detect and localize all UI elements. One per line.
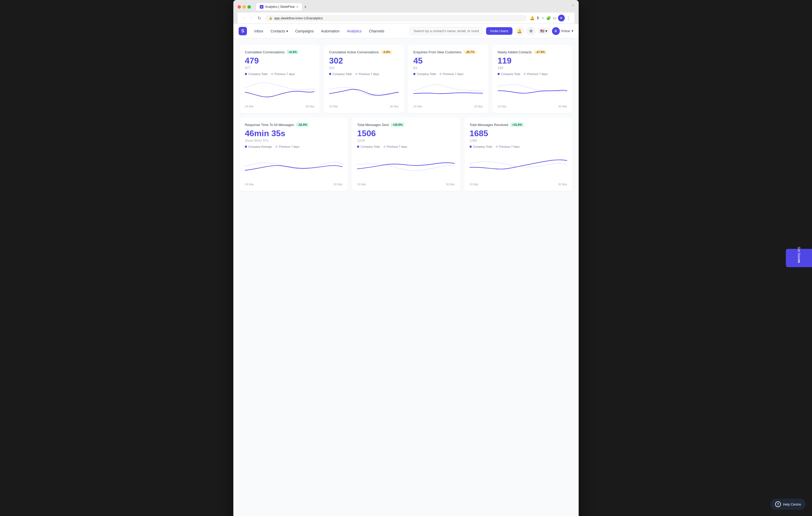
legend-dot-dashed	[383, 146, 385, 148]
bookmark-icon[interactable]: ☆	[541, 16, 545, 20]
card-legend: Company Total Previous 7 days	[357, 145, 455, 148]
lock-icon: 🔒	[269, 17, 272, 20]
forward-button[interactable]: ›	[249, 15, 253, 21]
nav-analytics[interactable]: Analytics	[344, 27, 365, 35]
card-legend: Company Total Previous 7 days	[329, 72, 399, 75]
browser-actions: 🔔 ⬆ ☆ 🧩 ▭ K ⋮	[530, 14, 570, 22]
date-end: 30 Mar	[390, 105, 399, 108]
date-start: 24 Mar	[470, 183, 478, 186]
refresh-button[interactable]: ↻	[256, 15, 263, 21]
notification-icon[interactable]: 🔔	[530, 16, 535, 20]
chart-dates: 24 Mar 30 Mar	[245, 183, 342, 186]
nav-channels[interactable]: Channels	[366, 27, 387, 35]
back-button[interactable]: ‹	[242, 15, 246, 21]
url-text: app.sleekflow.io/en-US/analytics	[274, 16, 323, 20]
invite-users-button[interactable]: Invite Users	[486, 27, 513, 35]
tab-close-icon[interactable]: ×	[296, 5, 298, 9]
extension-icon[interactable]: 🧩	[546, 16, 551, 20]
nav-automation[interactable]: Automation	[318, 27, 343, 35]
chart-area	[498, 78, 567, 104]
avatar: K	[552, 27, 560, 35]
help-centre-button[interactable]: ? Help Centre	[771, 499, 806, 510]
legend-company-total: Company Total	[245, 72, 267, 75]
status-badge: +0.4%	[287, 50, 299, 54]
bottom-cards-grid: Response Time To All Messages -32.4% 46m…	[240, 117, 572, 191]
nav-links: Inbox Contacts ▾ Campaigns Automation An…	[251, 27, 387, 35]
top-cards-grid: Cumulative Conversations +0.4% 479 477 C…	[240, 45, 572, 113]
date-end: 30 Mar	[334, 183, 342, 186]
menu-icon[interactable]: ⋮	[567, 16, 570, 20]
date-end: 30 Mar	[446, 183, 455, 186]
card-header: Total Messages Sent +22.0%	[357, 123, 455, 127]
legend-previous-days: Previous 7 days	[355, 72, 379, 75]
card-newly-added-contacts: Newly Added Contacts -27.9% 119 165 Comp…	[492, 45, 572, 113]
tab-title: Analytics | SleekFlow	[265, 5, 295, 9]
status-badge: +22.0%	[391, 123, 404, 127]
date-start: 24 Mar	[329, 105, 338, 108]
legend-dot-solid	[498, 73, 500, 75]
maximize-button[interactable]	[248, 5, 251, 9]
card-legend: Company Average Previous 7 days	[245, 145, 342, 148]
card-enquiries-new-customers: Enquiries From New Customers -29.7% 45 6…	[408, 45, 488, 113]
settings-button[interactable]: ⚙	[527, 27, 535, 35]
minimize-button[interactable]	[242, 5, 246, 9]
user-menu[interactable]: K Khloe ▾	[552, 27, 573, 35]
card-header: Total Messages Received +31.6%	[470, 123, 567, 127]
card-value: 302	[329, 56, 399, 65]
status-badge: -5.9%	[381, 50, 392, 54]
card-total-messages-received: Total Messages Received +31.6% 1685 1280…	[464, 117, 572, 191]
nav-campaigns[interactable]: Campaigns	[292, 27, 317, 35]
card-header: Newly Added Contacts -27.9%	[498, 50, 567, 54]
legend-dot-dashed	[524, 73, 526, 75]
card-subvalue: 1hour 8min 57s	[245, 139, 342, 143]
nav-logo: S	[239, 27, 247, 35]
card-value: 1685	[470, 129, 567, 138]
date-start: 24 Mar	[245, 105, 254, 108]
help-icon: ?	[775, 502, 781, 507]
close-button[interactable]	[237, 5, 241, 9]
browser-titlebar: S Analytics | SleekFlow × + ⌃ ‹ › ↻ 🔒 ap…	[233, 0, 579, 24]
legend-dot-dashed	[496, 146, 498, 148]
user-name: Khloe	[561, 29, 570, 33]
contacts-chevron-icon: ▾	[286, 29, 288, 33]
flag-icon: 🇺🇸	[540, 29, 544, 33]
date-end: 30 Mar	[558, 183, 567, 186]
get-started-button[interactable]: Get Started ℹ	[786, 249, 812, 267]
card-header: Cumulative Active Conversations -5.9%	[329, 50, 399, 54]
chart-dates: 24 Mar 30 Mar	[357, 183, 455, 186]
legend-previous-days: Previous 7 days	[496, 145, 520, 148]
legend-dot-dashed	[271, 73, 273, 75]
user-chevron-icon: ▾	[572, 29, 573, 33]
date-start: 24 Mar	[413, 105, 422, 108]
get-started-container: Get Started ℹ	[786, 249, 812, 267]
chart-dates: 24 Mar 30 Mar	[245, 105, 314, 108]
date-end: 30 Mar	[306, 105, 314, 108]
card-subvalue: 64	[413, 66, 483, 70]
legend-company-total: Company Total	[498, 72, 520, 75]
card-value: 119	[498, 56, 567, 65]
chevron-down-icon: ▾	[545, 29, 547, 33]
address-bar[interactable]: 🔒 app.sleekflow.io/en-US/analytics	[265, 15, 527, 22]
card-title: Cumulative Active Conversations	[329, 50, 379, 54]
legend-dot-solid	[470, 146, 472, 148]
main-content: Cumulative Conversations +0.4% 479 477 C…	[233, 38, 579, 516]
gear-icon: ⚙	[529, 29, 532, 33]
profile-icon[interactable]: K	[558, 14, 565, 22]
chart-area	[245, 150, 342, 182]
nav-inbox[interactable]: Inbox	[251, 27, 266, 35]
card-response-time: Response Time To All Messages -32.4% 46m…	[240, 117, 348, 191]
browser-tab[interactable]: S Analytics | SleekFlow ×	[256, 3, 302, 10]
chart-area	[470, 150, 567, 182]
nav-contacts[interactable]: Contacts ▾	[267, 27, 291, 35]
app-content: S Inbox Contacts ▾ Campaigns Automation …	[233, 24, 579, 516]
card-value: 479	[245, 56, 314, 65]
sidebar-icon[interactable]: ▭	[553, 16, 556, 20]
notifications-button[interactable]: 🔔	[515, 27, 524, 35]
card-subvalue: 165	[498, 66, 567, 70]
legend-company-total: Company Total	[470, 145, 492, 148]
new-tab-button[interactable]: +	[302, 4, 309, 10]
search-input[interactable]	[410, 27, 483, 35]
share-icon[interactable]: ⬆	[536, 16, 540, 20]
language-selector[interactable]: 🇺🇸 ▾	[538, 28, 549, 34]
card-title: Enquiries From New Customers	[413, 50, 461, 54]
